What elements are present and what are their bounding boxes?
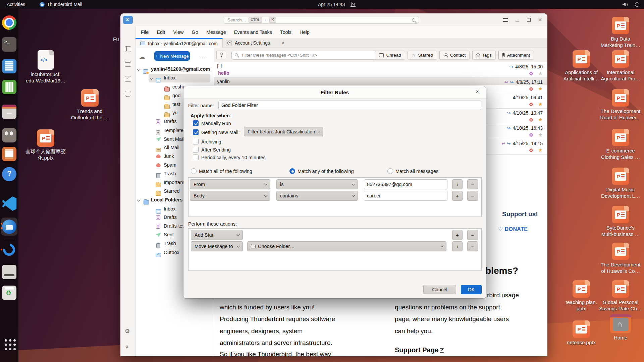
dock-item-writer[interactable] — [2, 59, 16, 73]
tab-close-icon[interactable]: × — [281, 40, 284, 46]
desktop-icon-ecommerce[interactable]: P E-commerce Clothing Sales … — [599, 129, 642, 161]
star-icon[interactable]: ★ — [538, 117, 543, 123]
checkbox-manually-run[interactable] — [193, 120, 199, 126]
dock-item-thunderbird[interactable] — [2, 220, 16, 234]
desktop-icon-incubator[interactable]: incubator.ucf. edu-WedMar19… — [24, 50, 67, 84]
desktop-icon-trends[interactable]: P Trends and Outlook of the … — [68, 89, 112, 121]
menu-view[interactable]: View — [169, 29, 187, 35]
folder-row-account[interactable]: yanlin451200@gmail.com — [136, 65, 212, 74]
settings-gear-icon[interactable]: ⚙ — [125, 328, 130, 335]
dock-item-app-grid[interactable] — [2, 337, 16, 351]
remove-action-button[interactable]: − — [467, 241, 478, 251]
desktop-icon-development-road[interactable]: P The Development Road of Huawei… — [599, 89, 642, 121]
minimize-button[interactable] — [513, 16, 521, 23]
menu-message[interactable]: Message — [202, 29, 230, 35]
checkbox-periodically[interactable] — [193, 155, 199, 160]
dock-item-vscode[interactable] — [2, 196, 16, 211]
remove-action-button[interactable]: − — [467, 230, 478, 240]
dialog-close-button[interactable]: × — [473, 89, 481, 96]
address-book-icon[interactable] — [125, 46, 131, 52]
dock-item-impress[interactable] — [2, 147, 16, 161]
menu-help[interactable]: Help — [296, 29, 314, 35]
dock-item-terminal[interactable] — [2, 37, 16, 52]
add-action-button[interactable]: + — [452, 230, 463, 240]
rule-op-dropdown[interactable]: is — [276, 179, 358, 189]
desktop-icon-bigdata[interactable]: P Big Data Marketing Train… — [599, 17, 642, 49]
app-menu-button[interactable] — [501, 16, 509, 23]
pin-filter-button[interactable] — [216, 51, 226, 59]
chevron-down-icon[interactable] — [137, 68, 141, 71]
chevron-down-icon[interactable] — [137, 198, 141, 202]
donate-link[interactable]: ♡ DONATE — [498, 226, 528, 232]
dock-item-calc[interactable] — [2, 80, 16, 94]
collapse-spaces-icon[interactable]: « — [125, 343, 128, 349]
filter-contact-button[interactable]: Contact — [439, 51, 470, 60]
menu-events-tasks[interactable]: Events and Tasks — [230, 29, 276, 35]
action-dropdown[interactable]: Add Star — [191, 230, 243, 240]
focused-app-menu[interactable]: Thunderbird Mail — [40, 0, 82, 9]
desktop-icon-international[interactable]: P International Agricultural Pro… — [599, 50, 642, 82]
remove-rule-button[interactable]: − — [467, 191, 478, 201]
dialog-titlebar[interactable]: Filter Rules — [183, 86, 486, 99]
menu-tools[interactable]: Tools — [276, 29, 296, 35]
action-dropdown[interactable]: Move Message to — [191, 241, 243, 251]
star-icon[interactable]: ★ — [538, 147, 543, 153]
star-icon[interactable]: ★ — [538, 101, 543, 107]
rule-field-dropdown[interactable]: Body — [190, 191, 270, 201]
global-search-input[interactable]: Search… CTRL + K — [224, 16, 419, 24]
filter-attachment-button[interactable]: Attachment — [498, 51, 534, 60]
filter-name-input[interactable] — [218, 101, 481, 110]
rule-field-dropdown[interactable]: From — [190, 179, 270, 189]
quick-filter-input[interactable]: Filter these messages <Ctrl+Shift+K> — [231, 51, 382, 60]
desktop-icon-bytedance[interactable]: P ByteDance's Multi-business … — [599, 206, 642, 238]
radio-match-all-messages[interactable] — [387, 168, 393, 174]
cloud-download-icon[interactable]: ☁ — [139, 53, 145, 61]
calendar-icon[interactable] — [125, 61, 131, 67]
desktop-icon-teaching-plan[interactable]: P teaching plan. pptx — [559, 280, 603, 312]
radio-match-any-following[interactable] — [289, 168, 295, 174]
checkbox-archiving[interactable] — [193, 139, 199, 144]
desktop-icon-quanqiu[interactable]: P 全球个人储蓄率变 化.pptx — [24, 129, 67, 161]
mail-space-icon[interactable] — [123, 16, 133, 24]
dock-item-files[interactable] — [2, 105, 16, 119]
maximize-button[interactable] — [525, 16, 533, 23]
junk-classification-dropdown[interactable]: Filter before Junk Classification — [244, 127, 323, 136]
power-menu[interactable] — [635, 0, 639, 9]
menu-file[interactable]: File — [137, 29, 153, 35]
filter-unread-button[interactable]: Unread — [375, 51, 405, 60]
desktop-icon-huawei-co[interactable]: P The Development of Huawei's Co… — [599, 243, 642, 275]
dock-item-gimp[interactable] — [2, 128, 16, 142]
dock-item-archive-manager[interactable] — [2, 265, 16, 279]
ok-button[interactable]: OK — [461, 285, 482, 294]
activities-button[interactable]: Activities — [7, 0, 25, 9]
menu-go[interactable]: Go — [188, 29, 202, 35]
window-titlebar[interactable]: Search… CTRL + K × — [120, 13, 547, 26]
filter-tags-button[interactable]: Tags — [472, 51, 496, 60]
desktop-icon-home[interactable]: Home — [599, 314, 642, 341]
filter-starred-button[interactable]: ☆ Starred — [408, 51, 437, 60]
close-button[interactable]: × — [536, 16, 544, 23]
rule-value-input[interactable] — [364, 191, 447, 201]
support-page-link[interactable]: Support Page↗ — [395, 346, 444, 354]
clock-menu[interactable]: Apr 25 14:43 — [318, 0, 355, 9]
desktop-icon-digital-music[interactable]: P Digital Music Development L… — [599, 168, 642, 199]
folder-pane-options-icon[interactable]: … — [200, 53, 205, 58]
volume-indicator[interactable]: ) — [623, 0, 628, 9]
remove-rule-button[interactable]: − — [467, 179, 478, 189]
new-message-button[interactable]: + New Message — [154, 51, 190, 61]
star-icon[interactable]: ★ — [538, 132, 543, 138]
menu-edit[interactable]: Edit — [153, 29, 169, 35]
chat-icon[interactable] — [125, 91, 131, 97]
tab-inbox[interactable]: Inbox - yanlin451200@gmail.com — [136, 38, 223, 48]
rule-op-dropdown[interactable]: contains — [276, 191, 358, 201]
checkbox-getting-new-mail[interactable] — [193, 129, 199, 135]
desktop-icon-applications-ai[interactable]: P Applications of Artificial Intelli… — [559, 50, 603, 82]
folder-row-inbox[interactable]: Inbox — [136, 74, 212, 82]
star-icon[interactable]: ★ — [538, 70, 543, 76]
desktop-icon-netease[interactable]: P netease.pptx — [559, 320, 603, 346]
desktop-icon-global-savings[interactable]: P Global Personal Savings Rate Ch… — [599, 280, 642, 312]
add-action-button[interactable]: + — [452, 241, 463, 251]
dock-item-trash[interactable] — [2, 286, 16, 300]
dock-item-chrome[interactable] — [2, 15, 16, 30]
add-rule-button[interactable]: + — [452, 179, 463, 189]
